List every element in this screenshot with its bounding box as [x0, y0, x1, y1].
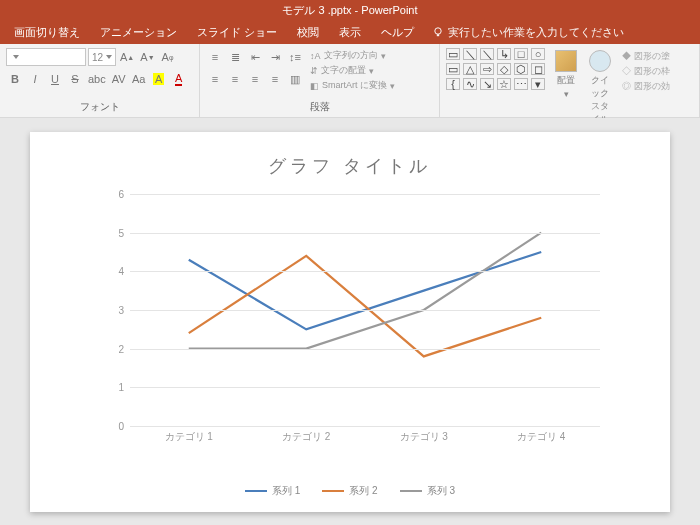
y-tick-label: 4	[110, 266, 124, 277]
bold-button[interactable]: B	[6, 70, 24, 88]
x-tick-label: カテゴリ 3	[400, 430, 448, 444]
strike-button[interactable]: S	[66, 70, 84, 88]
text-direction-button[interactable]: ↕A文字列の方向 ▾	[310, 49, 395, 62]
quick-styles-icon	[589, 50, 611, 72]
slide-canvas[interactable]: グラフ タイトル 0123456カテゴリ 1カテゴリ 2カテゴリ 3カテゴリ 4…	[30, 132, 670, 512]
smartart-icon: ◧	[310, 81, 319, 91]
arrange-icon	[555, 50, 577, 72]
shape-arrow-icon[interactable]: ⇨	[480, 63, 494, 75]
tab-transitions[interactable]: 画面切り替え	[4, 20, 90, 44]
shape-line-icon[interactable]: ＼	[463, 48, 477, 60]
legend-label: 系列 1	[272, 484, 300, 498]
slide-workspace: グラフ タイトル 0123456カテゴリ 1カテゴリ 2カテゴリ 3カテゴリ 4…	[0, 118, 700, 525]
shape-conn-icon[interactable]: ↘	[480, 78, 494, 90]
tab-slideshow[interactable]: スライド ショー	[187, 20, 287, 44]
text-align-icon: ⇵	[310, 66, 318, 76]
y-tick-label: 2	[110, 343, 124, 354]
shape-elbow-icon[interactable]: ↳	[497, 48, 511, 60]
align-right-button[interactable]: ≡	[246, 70, 264, 88]
group-paragraph: ≡ ≣ ⇤ ⇥ ↕≡ ≡ ≡ ≡ ≡ ▥ ↕A文字列の方向 ▾ ⇵文字の配置 ▾…	[200, 44, 440, 117]
group-drawing: ▭ ＼ ＼ ↳ □ ○ ▭ △ ⇨ ◇ ⬡ ◻ { ∿ ↘ ☆ ⋯ ▾	[440, 44, 700, 117]
columns-button[interactable]: ▥	[286, 70, 304, 88]
shape-more-icon[interactable]: ⋯	[514, 78, 528, 90]
y-tick-label: 0	[110, 421, 124, 432]
legend-item[interactable]: 系列 1	[245, 484, 300, 498]
shape-line2-icon[interactable]: ＼	[480, 48, 494, 60]
shrink-font-button[interactable]: A▼	[138, 48, 156, 66]
line-spacing-button[interactable]: ↕≡	[286, 48, 304, 66]
shape-outline-button[interactable]: ◇ 図形の枠	[622, 65, 670, 78]
shape-rect2-icon[interactable]: ▭	[446, 63, 460, 75]
legend-item[interactable]: 系列 3	[400, 484, 455, 498]
align-left-button[interactable]: ≡	[206, 70, 224, 88]
gridline	[130, 310, 600, 311]
shape-circle-icon[interactable]: ○	[531, 48, 545, 60]
bullets-button[interactable]: ≡	[206, 48, 224, 66]
shape-star-icon[interactable]: ☆	[497, 78, 511, 90]
shape-fill-button[interactable]: ◆ 図形の塗	[622, 50, 670, 63]
y-tick-label: 1	[110, 382, 124, 393]
indent-inc-button[interactable]: ⇥	[266, 48, 284, 66]
lightbulb-icon	[432, 26, 444, 38]
chart-legend[interactable]: 系列 1系列 2系列 3	[30, 484, 670, 498]
align-center-button[interactable]: ≡	[226, 70, 244, 88]
group-font: 12 A▲ A▼ Aφ B I U S abc AV Aa A A フォン	[0, 44, 200, 117]
shape-callout-icon[interactable]: ◻	[531, 63, 545, 75]
numbering-button[interactable]: ≣	[226, 48, 244, 66]
gridline	[130, 426, 600, 427]
char-spacing-button[interactable]: AV	[110, 70, 128, 88]
gridline	[130, 233, 600, 234]
font-name-dropdown[interactable]	[6, 48, 86, 66]
shape-effects-button[interactable]: ◎ 図形の効	[622, 80, 670, 93]
x-tick-label: カテゴリ 4	[517, 430, 565, 444]
tab-animations[interactable]: アニメーション	[90, 20, 187, 44]
tell-me-search[interactable]: 実行したい作業を入力してください	[424, 25, 632, 40]
svg-rect-1	[437, 34, 439, 36]
smartart-button[interactable]: ◧SmartArt に変換 ▾	[310, 79, 395, 92]
change-case-button[interactable]: Aa	[130, 70, 148, 88]
shape-curve-icon[interactable]: ∿	[463, 78, 477, 90]
shape-hex-icon[interactable]: ⬡	[514, 63, 528, 75]
text-align-button[interactable]: ⇵文字の配置 ▾	[310, 64, 395, 77]
chart-plot-area[interactable]: 0123456カテゴリ 1カテゴリ 2カテゴリ 3カテゴリ 4	[130, 194, 600, 426]
series-line	[189, 252, 542, 329]
grow-font-button[interactable]: A▲	[118, 48, 136, 66]
shape-triangle-icon[interactable]: △	[463, 63, 477, 75]
gridline	[130, 271, 600, 272]
ribbon-tabs: 画面切り替え アニメーション スライド ショー 校閲 表示 ヘルプ 実行したい作…	[0, 20, 700, 44]
arrange-button[interactable]: 配置▾	[551, 48, 581, 101]
legend-swatch-icon	[245, 490, 267, 492]
chart-title[interactable]: グラフ タイトル	[30, 132, 670, 178]
chevron-down-icon	[13, 55, 19, 59]
legend-label: 系列 2	[349, 484, 377, 498]
svg-point-0	[435, 28, 441, 34]
shapes-gallery[interactable]: ▭ ＼ ＼ ↳ □ ○ ▭ △ ⇨ ◇ ⬡ ◻ { ∿ ↘ ☆ ⋯ ▾	[446, 48, 547, 92]
tab-review[interactable]: 校閲	[287, 20, 329, 44]
tab-help[interactable]: ヘルプ	[371, 20, 424, 44]
gridline	[130, 194, 600, 195]
shadow-button[interactable]: abc	[86, 70, 108, 88]
legend-item[interactable]: 系列 2	[322, 484, 377, 498]
x-tick-label: カテゴリ 1	[165, 430, 213, 444]
underline-button[interactable]: U	[46, 70, 64, 88]
justify-button[interactable]: ≡	[266, 70, 284, 88]
legend-swatch-icon	[322, 490, 344, 492]
italic-button[interactable]: I	[26, 70, 44, 88]
shape-brace-icon[interactable]: {	[446, 78, 460, 90]
font-color-button[interactable]: A	[170, 70, 188, 88]
chevron-down-icon	[106, 55, 112, 59]
shape-diamond-icon[interactable]: ◇	[497, 63, 511, 75]
font-size-dropdown[interactable]: 12	[88, 48, 116, 66]
indent-dec-button[interactable]: ⇤	[246, 48, 264, 66]
tab-view[interactable]: 表示	[329, 20, 371, 44]
shape-expand-icon[interactable]: ▾	[531, 78, 545, 90]
highlight-button[interactable]: A	[150, 70, 168, 88]
shape-rect-icon[interactable]: ▭	[446, 48, 460, 60]
clear-format-button[interactable]: Aφ	[159, 48, 177, 66]
y-tick-label: 6	[110, 189, 124, 200]
quick-styles-button[interactable]: クイック スタイル	[585, 48, 615, 128]
text-direction-icon: ↕A	[310, 51, 321, 61]
group-font-label: フォント	[0, 98, 199, 117]
y-tick-label: 5	[110, 227, 124, 238]
shape-square-icon[interactable]: □	[514, 48, 528, 60]
